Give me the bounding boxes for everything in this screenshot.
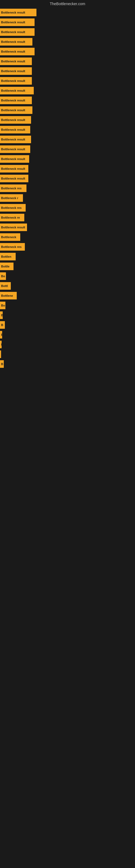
- bar-item: B: [0, 360, 4, 368]
- bar-item: Bottleneck result: [0, 175, 28, 182]
- bar-row: Bottlene: [0, 291, 135, 301]
- bar-item: Bottlen: [0, 253, 16, 260]
- bar-row: Bottleneck result: [0, 115, 135, 125]
- bar-label: B: [1, 333, 2, 336]
- bar-row: Bottleneck result: [0, 222, 135, 232]
- bar-row: Bottlen: [0, 252, 135, 261]
- bar-item: Bottleneck result: [0, 28, 35, 36]
- bar-row: Bottleneck result: [0, 46, 135, 56]
- bar-row: Bottleneck result: [0, 105, 135, 115]
- bar-item: Bottleneck result: [0, 97, 32, 104]
- bar-label: Bottleneck res: [1, 245, 21, 248]
- bar-row: Bottleneck result: [0, 154, 135, 164]
- bar-label: Bottleneck res: [1, 187, 21, 190]
- bar-row: Bottleneck result: [0, 125, 135, 134]
- bar-label: Bottlen: [1, 255, 11, 258]
- bar-item: Bottleneck result: [0, 126, 30, 133]
- bar-row: Bottl: [0, 281, 135, 291]
- bar-item: Bottleneck result: [0, 223, 27, 231]
- bar-row: Bottleneck result: [0, 56, 135, 66]
- bar-item: Bottleneck res: [0, 243, 25, 251]
- bar-row: Bottleneck r: [0, 193, 135, 203]
- bar-label: B: [1, 343, 2, 346]
- bar-row: [0, 349, 135, 359]
- bar-item: B: [0, 341, 2, 348]
- bar-item: B: [0, 311, 3, 319]
- bar-label: Bottleneck result: [1, 118, 25, 122]
- bar-row: B: [0, 310, 135, 320]
- bar-row: Bottleneck result: [0, 76, 135, 86]
- bar-label: Bottleneck result: [1, 108, 25, 112]
- bar-item: Bottleneck result: [0, 155, 29, 163]
- bar-label: Bottleneck result: [1, 40, 25, 43]
- bar-label: Bottle: [1, 265, 9, 268]
- bar-item: B: [0, 331, 2, 339]
- bar-item: Bottleneck result: [0, 145, 30, 153]
- bar-item: Bottleneck res: [0, 204, 26, 212]
- bar-row: Bo: [0, 301, 135, 310]
- bar-label: Bottlene: [1, 294, 13, 297]
- bar-label: Bottleneck result: [1, 21, 25, 24]
- bar-row: B: [0, 340, 135, 349]
- bar-row: Bottleneck result: [0, 164, 135, 174]
- bar-label: Bo: [1, 304, 5, 307]
- bar-row: B: [0, 320, 135, 330]
- bar-label: Bottleneck result: [1, 138, 25, 141]
- bar-item: Bottle: [0, 262, 13, 270]
- bar-item: Bottleneck: [0, 233, 20, 241]
- bar-item: Bottleneck re: [0, 214, 24, 221]
- bar-item: Bottl: [0, 282, 11, 290]
- bar-label: Bo: [1, 275, 5, 278]
- bar-item: Bottleneck result: [0, 77, 32, 85]
- bar-row: Bottleneck result: [0, 86, 135, 95]
- bar-label: Bottleneck result: [1, 157, 25, 161]
- bar-row: Bottleneck result: [0, 66, 135, 76]
- bar-label: Bottleneck result: [1, 226, 25, 229]
- bar-item: Bo: [0, 272, 6, 280]
- bar-label: Bottl: [1, 284, 8, 287]
- bar-label: Bottleneck result: [1, 30, 25, 34]
- bar-item: Bo: [0, 302, 5, 309]
- bar-item: Bottleneck result: [0, 38, 32, 45]
- bar-label: Bottleneck result: [1, 69, 25, 73]
- bar-row: Bottleneck result: [0, 134, 135, 144]
- bar-label: Bottleneck result: [1, 89, 25, 92]
- bar-row: B: [0, 359, 135, 369]
- bar-label: Bottleneck res: [1, 206, 21, 209]
- bar-label: Bottleneck result: [1, 167, 25, 170]
- bar-row: Bottleneck res: [0, 203, 135, 213]
- site-title: TheBottlenecker.com: [0, 0, 135, 8]
- bar-label: Bottleneck result: [1, 128, 25, 131]
- bars-container: Bottleneck resultBottleneck resultBottle…: [0, 8, 135, 369]
- bar-row: Bottleneck res: [0, 242, 135, 252]
- bar-item: Bottleneck r: [0, 194, 23, 202]
- bar-row: Bottleneck: [0, 232, 135, 242]
- bar-label: Bottleneck result: [1, 79, 25, 83]
- bar-row: Bottleneck result: [0, 95, 135, 105]
- bar-item: Bottleneck result: [0, 106, 32, 114]
- bar-label: Bottleneck result: [1, 99, 25, 102]
- bar-label: B: [1, 362, 3, 366]
- bar-item: Bottleneck result: [0, 165, 28, 173]
- bar-label: B: [1, 314, 3, 317]
- bar-item: [0, 350, 1, 358]
- bar-label: Bottleneck result: [1, 11, 25, 14]
- bar-label: Bottleneck result: [1, 148, 25, 151]
- bar-item: B: [0, 321, 5, 329]
- bar-item: Bottleneck result: [0, 135, 31, 143]
- bar-item: Bottleneck result: [0, 9, 37, 16]
- bar-item: Bottleneck result: [0, 67, 32, 75]
- bar-row: Bottleneck result: [0, 27, 135, 37]
- bar-item: Bottleneck result: [0, 19, 35, 26]
- bar-label: B: [1, 323, 3, 327]
- bar-row: Bottleneck result: [0, 174, 135, 183]
- bar-item: Bottleneck result: [0, 87, 34, 94]
- bar-item: Bottlene: [0, 292, 17, 300]
- bar-row: Bo: [0, 271, 135, 281]
- bar-item: Bottleneck res: [0, 184, 27, 192]
- bar-label: Bottleneck result: [1, 50, 25, 53]
- bar-row: B: [0, 330, 135, 340]
- bar-label: Bottleneck result: [1, 177, 25, 180]
- bar-item: Bottleneck result: [0, 48, 35, 55]
- bar-item: Bottleneck result: [0, 116, 31, 124]
